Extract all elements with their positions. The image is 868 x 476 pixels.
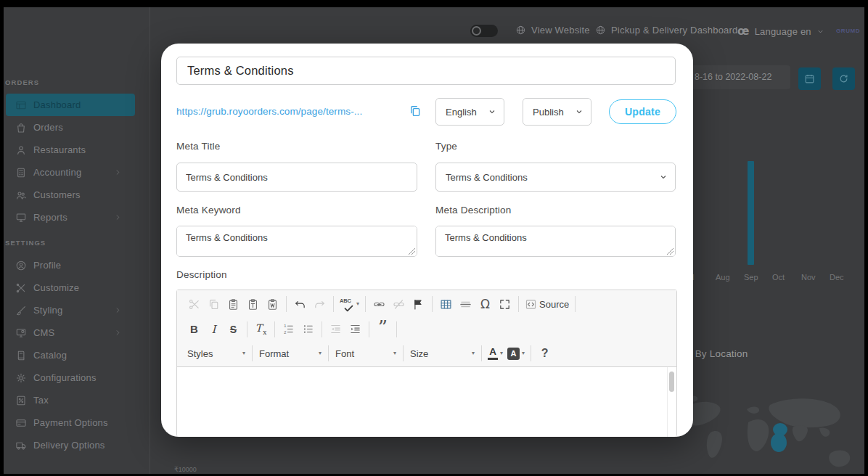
sidebar-item-accounting[interactable]: Accounting	[6, 161, 135, 184]
format-combo-label: Format	[259, 348, 289, 359]
source-button-label: Source	[539, 299, 569, 310]
pickup-delivery-dashboard-link[interactable]: Pickup & Delivery Dashboard	[595, 25, 737, 36]
chevron-right-icon	[114, 168, 122, 176]
italic-icon: I	[212, 323, 216, 336]
size-combo[interactable]: Size▾	[407, 344, 478, 363]
sidebar-item-tax[interactable]: Tax	[6, 389, 135, 411]
chart-bar-sep	[748, 161, 754, 265]
scrollbar-thumb[interactable]	[669, 372, 674, 392]
refresh-button[interactable]	[832, 67, 855, 90]
paste-button[interactable]	[224, 295, 243, 313]
format-combo[interactable]: Format▾	[256, 344, 324, 363]
chart-y-axis-label: ₹10000	[174, 466, 197, 473]
status-select[interactable]: Publish	[523, 98, 591, 126]
language-menu[interactable]: œ Language en	[737, 25, 824, 38]
paste-as-text-button[interactable]	[243, 295, 263, 313]
bold-button[interactable]: B	[184, 320, 204, 339]
source-button[interactable]: Source	[523, 295, 571, 313]
sidebar-item-label: Tax	[33, 395, 49, 406]
type-select[interactable]: Terms & Conditions	[435, 163, 676, 192]
sidebar-item-dashboard[interactable]: Dashboard	[6, 94, 135, 116]
bold-icon: B	[190, 323, 198, 335]
page-url-link[interactable]: https://grub.royoorders.com/page/terms-.…	[176, 106, 362, 117]
paste-from-word-button[interactable]	[263, 295, 282, 313]
chevron-right-icon	[114, 329, 122, 337]
pickup-delivery-label: Pickup & Delivery Dashboard	[611, 25, 737, 36]
sidebar-item-orders[interactable]: Orders	[6, 116, 135, 139]
sidebar-item-catalog[interactable]: Catalog	[6, 344, 135, 366]
meta-title-input[interactable]	[176, 163, 417, 192]
chevron-down-icon	[488, 107, 496, 116]
bullist-icon	[302, 323, 314, 335]
font-combo[interactable]: Font▾	[332, 344, 399, 363]
special-character-button[interactable]: Ω	[475, 295, 495, 313]
bg-color-button[interactable]: A▾	[505, 344, 527, 363]
undo-button[interactable]	[290, 295, 310, 313]
link-button[interactable]	[369, 295, 389, 313]
cms-icon	[15, 327, 27, 339]
spellcheck-button[interactable]: ABC▾	[337, 295, 361, 313]
brand-badge[interactable]: GRUMD	[836, 28, 860, 34]
update-button[interactable]: Update	[609, 99, 676, 124]
editor-content-area[interactable]	[177, 367, 676, 437]
toolbar-separator	[274, 321, 275, 337]
numlist-icon: 12	[282, 323, 295, 335]
calendar-icon	[804, 73, 815, 84]
sidebar-item-cms[interactable]: CMS	[6, 321, 135, 344]
redo-button	[310, 295, 329, 313]
page-title-input[interactable]	[176, 57, 676, 85]
meta-keyword-textarea[interactable]: Terms & Conditions	[177, 226, 417, 256]
unlink-button	[389, 295, 409, 313]
rich-text-editor: ABC▾ΩSource BISTx12” Styles▾Format▾Font▾…	[176, 290, 677, 437]
indent-button[interactable]	[345, 320, 365, 339]
customers-people-icon	[15, 189, 27, 201]
anchor-flag-button[interactable]	[409, 295, 428, 313]
sidebar-item-profile[interactable]: Profile	[6, 254, 135, 276]
customize-icon	[15, 282, 27, 294]
calendar-button[interactable]	[798, 67, 821, 90]
styles-combo[interactable]: Styles▾	[184, 344, 248, 363]
editor-toolbar-row-3: Styles▾Format▾Font▾Size▾A▾A▾?	[177, 340, 676, 367]
italic-button[interactable]: I	[204, 320, 224, 339]
sidebar-item-label: Orders	[33, 122, 63, 133]
remove-format-icon: Tx	[255, 322, 266, 336]
language-select[interactable]: English	[435, 98, 504, 126]
blockquote-button[interactable]: ”	[373, 320, 393, 339]
caret-down-icon: ▾	[356, 301, 359, 307]
configurations-gear-icon	[15, 372, 27, 384]
by-location-title: e By Location	[687, 348, 748, 359]
spellcheck-icon: ABC	[340, 298, 354, 311]
paste-icon	[227, 298, 239, 311]
toolbar-separator	[369, 321, 369, 337]
sidebar-item-reports[interactable]: Reports	[6, 206, 135, 229]
about-button[interactable]: ?	[535, 344, 554, 363]
maximize-button[interactable]	[495, 295, 515, 313]
sidebar-item-styling[interactable]: Styling	[6, 299, 135, 321]
copy-url-icon[interactable]	[409, 104, 422, 118]
numbered-list-button[interactable]: 12	[279, 320, 298, 339]
horizontal-rule-button[interactable]	[456, 295, 475, 313]
strikethrough-button[interactable]: S	[224, 320, 243, 339]
bulleted-list-button[interactable]	[298, 320, 318, 339]
meta-description-textarea[interactable]: Terms & Conditions	[436, 226, 675, 256]
view-website-label: View Website	[531, 25, 590, 36]
sidebar-item-delivery-options[interactable]: Delivery Options	[6, 434, 135, 456]
website-toggle[interactable]	[470, 25, 498, 37]
sidebar-item-configurations[interactable]: Configurations	[6, 366, 135, 389]
sidebar-item-customize[interactable]: Customize	[6, 276, 135, 299]
sidebar-item-restaurants[interactable]: Restaurants	[6, 139, 135, 161]
remove-format-button[interactable]: Tx	[251, 320, 271, 339]
view-website-link[interactable]: View Website	[515, 25, 590, 36]
editor-scrollbar[interactable]	[667, 367, 676, 437]
about-icon: ?	[541, 347, 549, 360]
svg-text:1: 1	[284, 324, 286, 328]
text-color-button[interactable]: A▾	[486, 344, 505, 363]
sidebar-item-customers[interactable]: Customers	[6, 184, 135, 206]
dashboard-screen: View Website Pickup & Delivery Dashboard…	[0, 0, 868, 476]
sidebar-section-orders: ORDERSDashboardOrdersRestaurantsAccounti…	[0, 78, 150, 229]
redo-icon	[314, 298, 326, 311]
chart-x-tick: Sep	[744, 273, 758, 282]
table-button[interactable]	[436, 295, 456, 313]
sidebar-item-payment-options[interactable]: Payment Options	[6, 411, 135, 434]
status-select-value: Publish	[533, 107, 564, 118]
